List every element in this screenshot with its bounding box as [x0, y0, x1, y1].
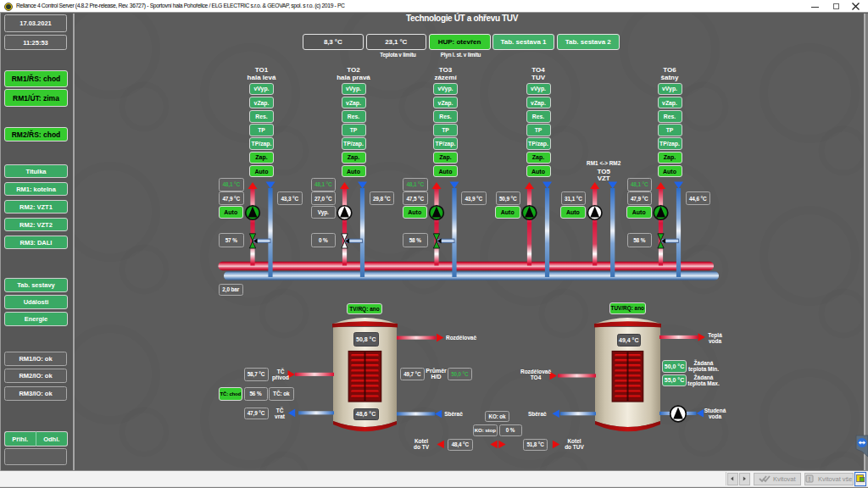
svg-text:!: !	[809, 475, 810, 481]
